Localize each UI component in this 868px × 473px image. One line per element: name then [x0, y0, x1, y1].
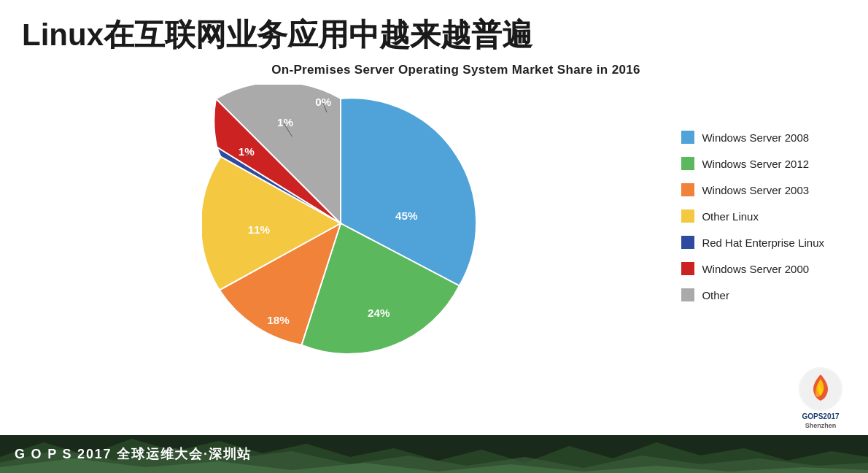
legend-item-ws2003: Windows Server 2003: [681, 183, 824, 196]
legend-label-ws2012: Windows Server 2012: [702, 158, 809, 170]
chart-subtitle: On-Premises Server Operating System Mark…: [22, 63, 846, 77]
svg-text:18%: 18%: [268, 314, 290, 326]
legend-color-rhel: [681, 236, 694, 249]
legend-item-other: Other: [681, 288, 824, 301]
legend-color-ws2012: [681, 157, 694, 170]
legend-color-other: [681, 288, 694, 301]
legend-item-ws2008: Windows Server 2008: [681, 131, 824, 144]
footer-bar: G O P S 2017 全球运维大会·深圳站: [0, 435, 868, 473]
logo-area: GOPS2017 Shenzhen: [788, 367, 853, 433]
legend-item-ws2012: Windows Server 2012: [681, 157, 824, 170]
svg-text:45%: 45%: [395, 209, 418, 222]
logo-circle: [799, 367, 842, 411]
legend-label-other-linux: Other Linux: [702, 210, 759, 223]
main-title: Linux在互联网业务应用中越来越普遍: [0, 0, 868, 63]
legend-color-ws2008: [681, 131, 694, 144]
svg-text:11%: 11%: [248, 223, 271, 236]
legend-color-ws2003: [681, 183, 694, 196]
pie-chart: 45% 24% 18% 11% 1% 1% 0%: [202, 85, 479, 362]
legend-item-rhel: Red Hat Enterprise Linux: [681, 236, 824, 249]
logo-text-line1: GOPS2017: [802, 412, 839, 420]
logo-text-line2: Shenzhen: [805, 422, 837, 429]
legend-item-other-linux: Other Linux: [681, 209, 824, 223]
legend-label-ws2000: Windows Server 2000: [702, 263, 809, 275]
legend-label-ws2003: Windows Server 2003: [702, 184, 809, 196]
legend-item-ws2000: Windows Server 2000: [681, 262, 824, 275]
footer-text: G O P S 2017 全球运维大会·深圳站: [15, 445, 252, 463]
chart-section: On-Premises Server Operating System Mark…: [0, 63, 868, 362]
legend-color-ws2000: [681, 262, 694, 275]
legend-color-other-linux: [681, 209, 694, 223]
svg-text:1%: 1%: [239, 145, 255, 158]
svg-text:24%: 24%: [368, 307, 390, 319]
legend-label-ws2008: Windows Server 2008: [702, 131, 809, 144]
legend-label-other: Other: [702, 289, 729, 301]
legend-label-rhel: Red Hat Enterprise Linux: [702, 236, 824, 249]
svg-text:0%: 0%: [315, 96, 331, 108]
chart-legend: Windows Server 2008 Windows Server 2012 …: [681, 131, 824, 301]
